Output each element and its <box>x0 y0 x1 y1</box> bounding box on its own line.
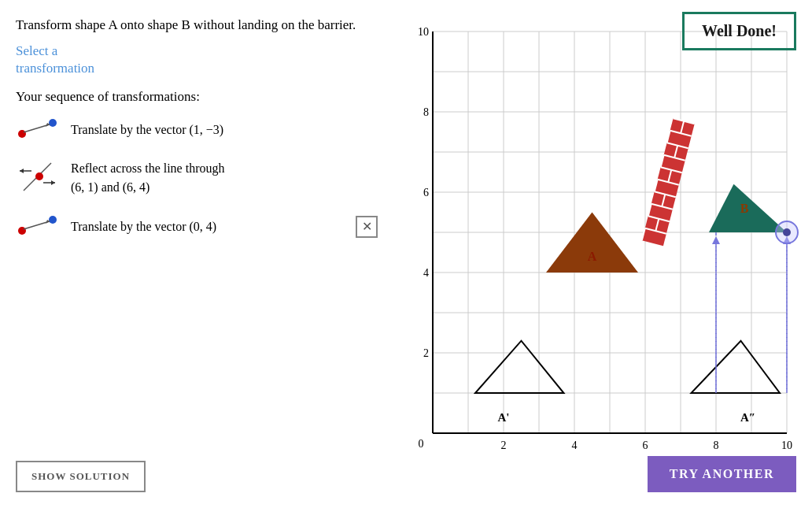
svg-marker-9 <box>51 180 55 185</box>
svg-point-11 <box>49 216 57 224</box>
left-panel: Transform shape A onto shape B without l… <box>16 16 378 492</box>
translate-icon-1 <box>16 117 59 143</box>
reflect-icon <box>16 159 59 198</box>
transformation-item-3: Translate by the vector (0, 4) ✕ <box>16 213 378 240</box>
graph-area <box>393 16 796 492</box>
transformation-text-2: Reflect across the line through(6, 1) an… <box>71 159 225 197</box>
show-solution-button[interactable]: SHOW SOLUTION <box>16 461 146 492</box>
transformation-item-2: Reflect across the line through(6, 1) an… <box>16 159 378 198</box>
sequence-title: Your sequence of transformations: <box>16 89 378 105</box>
svg-point-1 <box>49 119 57 127</box>
delete-button-3[interactable]: ✕ <box>356 216 378 238</box>
transformation-text-1: Translate by the vector (1, −3) <box>71 121 223 139</box>
svg-marker-7 <box>20 169 24 173</box>
main-container: Transform shape A onto shape B without l… <box>0 0 812 508</box>
svg-line-2 <box>24 124 50 132</box>
svg-line-12 <box>24 221 50 229</box>
transformation-text-3: Translate by the vector (0, 4) <box>71 217 216 236</box>
try-another-button[interactable]: TRY ANOTHER <box>648 456 796 492</box>
well-done-badge: Well Done! <box>682 12 796 50</box>
transformation-item-1: Translate by the vector (1, −3) <box>16 117 378 143</box>
select-transformation[interactable]: Select atransformation <box>16 43 378 77</box>
svg-point-0 <box>18 130 26 138</box>
svg-point-5 <box>35 172 43 180</box>
svg-point-10 <box>18 227 26 235</box>
translate-icon-3 <box>16 213 59 240</box>
transformation-list: Translate by the vector (1, −3) <box>16 117 378 240</box>
instruction-text: Transform shape A onto shape B without l… <box>16 16 378 35</box>
